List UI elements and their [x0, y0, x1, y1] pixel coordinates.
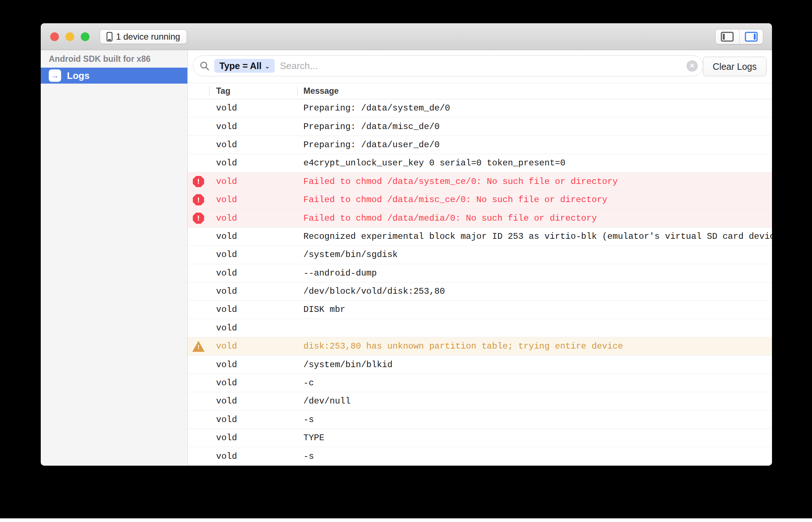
- log-message: -c: [297, 378, 772, 388]
- log-message: disk:253,80 has unknown partition table;…: [297, 341, 772, 351]
- log-tag: vold: [209, 232, 297, 241]
- search-input[interactable]: Search...: [280, 60, 681, 72]
- log-tag: vold: [209, 122, 297, 132]
- log-message: Preparing: /data/system_de/0: [297, 103, 772, 113]
- type-filter-dropdown[interactable]: Type = All ⌄: [214, 59, 275, 73]
- log-tag: vold: [209, 378, 297, 388]
- log-tag: vold: [209, 451, 297, 461]
- log-row[interactable]: vold-c: [188, 374, 772, 392]
- log-table-header: Tag Message: [188, 83, 772, 99]
- log-message: -s: [297, 451, 772, 461]
- device-running-label: 1 device running: [116, 32, 180, 42]
- logs-arrow-icon: →: [49, 69, 61, 82]
- log-row[interactable]: vold/dev/block/vold/disk:253,80: [188, 282, 772, 301]
- zoom-button[interactable]: [81, 32, 89, 41]
- message-column-header[interactable]: Message: [303, 86, 339, 96]
- sidebar-item-logs[interactable]: → Logs: [41, 68, 187, 84]
- log-row[interactable]: volde4crypt_unlock_user_key 0 serial=0 t…: [188, 154, 772, 172]
- device-running-button[interactable]: 1 device running: [100, 29, 187, 44]
- log-toolbar: Type = All ⌄ Search... ✕ Clear Logs: [188, 50, 772, 83]
- log-row[interactable]: !voldFailed to chmod /data/misc_ce/0: No…: [188, 191, 772, 209]
- log-tag: vold: [209, 250, 297, 260]
- log-message: Failed to chmod /data/misc_ce/0: No such…: [297, 195, 772, 205]
- log-table: voldPreparing: /data/system_de/0voldPrep…: [188, 99, 772, 466]
- log-row[interactable]: !volddisk:253,80 has unknown partition t…: [188, 337, 772, 356]
- log-message: Failed to chmod /data/system_ce/0: No su…: [297, 177, 772, 186]
- column-separator: [297, 87, 298, 96]
- log-row[interactable]: vold/system/bin/blkid: [188, 356, 772, 374]
- log-tag: vold: [209, 177, 297, 186]
- traffic-lights: [50, 32, 89, 41]
- log-tag: vold: [209, 103, 297, 113]
- log-message: TYPE: [297, 433, 772, 443]
- log-message: Recognized experimental block major ID 2…: [297, 232, 772, 241]
- log-message: Preparing: /data/user_de/0: [297, 140, 772, 150]
- log-row[interactable]: vold-s: [188, 411, 772, 429]
- log-level-icon-cell: !: [188, 213, 209, 224]
- log-level-icon-cell: !: [188, 194, 209, 205]
- clear-logs-label: Clear Logs: [713, 61, 757, 72]
- log-row[interactable]: voldPreparing: /data/system_de/0: [188, 99, 772, 117]
- close-button[interactable]: [50, 32, 59, 41]
- log-message: --android-dump: [297, 268, 772, 278]
- log-tag: vold: [209, 305, 297, 314]
- desktop-background: 1 device running: [0, 0, 812, 518]
- log-message: /dev/block/vold/disk:253,80: [297, 286, 772, 296]
- main-panel: Type = All ⌄ Search... ✕ Clear Logs Tag: [188, 50, 772, 466]
- log-tag: vold: [209, 396, 297, 406]
- titlebar[interactable]: 1 device running: [41, 23, 772, 50]
- log-row[interactable]: voldRecognized experimental block major …: [188, 228, 772, 246]
- search-icon: [200, 61, 209, 71]
- log-row[interactable]: voldPreparing: /data/misc_de/0: [188, 117, 772, 136]
- phone-icon: [107, 32, 112, 41]
- type-filter-label: Type = All: [219, 61, 262, 71]
- error-icon: !: [193, 194, 204, 205]
- sidebar-item-label: Logs: [67, 70, 89, 81]
- log-row[interactable]: voldTYPE: [188, 429, 772, 447]
- toggle-left-panel-button[interactable]: [716, 29, 739, 44]
- right-panel-icon: [745, 32, 758, 42]
- clear-search-icon[interactable]: ✕: [686, 60, 698, 72]
- log-message: DISK mbr: [297, 305, 772, 314]
- log-row[interactable]: vold/system/bin/sgdisk: [188, 246, 772, 264]
- log-row[interactable]: voldDISK mbr: [188, 301, 772, 319]
- log-message: /system/bin/sgdisk: [297, 250, 772, 260]
- tag-column-header[interactable]: Tag: [216, 86, 230, 96]
- sidebar: Android SDK built for x86 → Logs: [41, 50, 188, 466]
- log-level-icon-cell: !: [188, 341, 209, 352]
- chevron-down-icon: ⌄: [265, 63, 270, 70]
- device-name-header: Android SDK built for x86: [41, 53, 187, 65]
- log-row[interactable]: voldPreparing: /data/user_de/0: [188, 136, 772, 154]
- log-tag: vold: [209, 140, 297, 150]
- log-row[interactable]: vold--android-dump: [188, 264, 772, 282]
- log-tag: vold: [209, 360, 297, 370]
- log-row[interactable]: !voldFailed to chmod /data/system_ce/0: …: [188, 173, 772, 191]
- log-message: e4crypt_unlock_user_key 0 serial=0 token…: [297, 158, 772, 168]
- log-tag: vold: [209, 323, 297, 333]
- log-tag: vold: [209, 195, 297, 205]
- clear-logs-button[interactable]: Clear Logs: [703, 57, 767, 76]
- log-message: Preparing: /data/misc_de/0: [297, 122, 772, 132]
- warning-icon: !: [192, 341, 205, 352]
- left-panel-icon: [721, 32, 734, 42]
- log-message: /system/bin/blkid: [297, 360, 772, 370]
- log-message: /dev/null: [297, 396, 772, 406]
- minimize-button[interactable]: [65, 32, 74, 41]
- log-message: Failed to chmod /data/media/0: No such f…: [297, 213, 772, 223]
- log-tag: vold: [209, 415, 297, 425]
- error-icon: !: [193, 213, 204, 224]
- toggle-right-panel-button[interactable]: [739, 29, 763, 44]
- log-tag: vold: [209, 213, 297, 223]
- log-row[interactable]: vold: [188, 319, 772, 337]
- error-icon: !: [193, 176, 204, 187]
- log-row[interactable]: vold-s: [188, 447, 772, 465]
- search-field[interactable]: Type = All ⌄ Search... ✕: [193, 55, 703, 76]
- log-tag: vold: [209, 286, 297, 296]
- log-tag: vold: [209, 341, 297, 351]
- log-tag: vold: [209, 433, 297, 443]
- log-row[interactable]: vold/dev/null: [188, 392, 772, 410]
- log-message: -s: [297, 415, 772, 425]
- log-viewer-window: 1 device running: [41, 23, 772, 466]
- log-level-icon-cell: !: [188, 176, 209, 187]
- log-row[interactable]: !voldFailed to chmod /data/media/0: No s…: [188, 209, 772, 227]
